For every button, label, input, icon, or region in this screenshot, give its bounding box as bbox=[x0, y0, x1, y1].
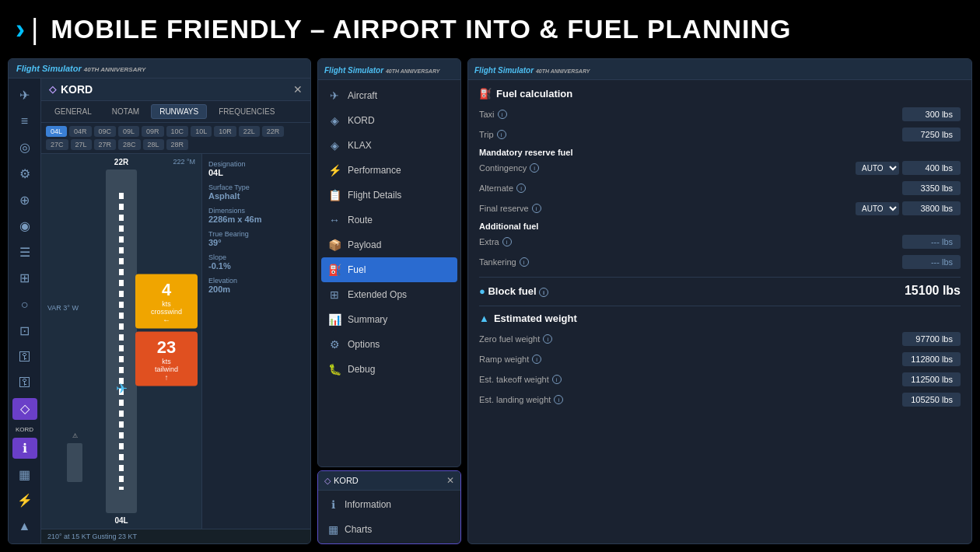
sidebar-icon-map[interactable]: ◎ bbox=[12, 137, 37, 159]
tab-notam[interactable]: NOTAM bbox=[103, 104, 148, 119]
sidebar-kord-label: KORD bbox=[12, 426, 37, 433]
sidebar-icon-key2[interactable]: ⚿ bbox=[12, 372, 37, 394]
sidebar-icon-calendar[interactable]: ⊡ bbox=[12, 320, 37, 341]
runway-btn-10c[interactable]: 10C bbox=[166, 126, 189, 137]
nav-item-klax[interactable]: ◈ KLAX bbox=[321, 133, 457, 158]
contingency-select-value: AUTO 400 lbs bbox=[856, 161, 961, 175]
page-header: › | MOBILE FRIENDLY – AIRPORT INTO & FUE… bbox=[0, 0, 980, 58]
nav-item-fuel[interactable]: ⛽ Fuel bbox=[321, 257, 457, 282]
runway-btn-10r[interactable]: 10R bbox=[214, 126, 236, 137]
airport-close-button[interactable]: ✕ bbox=[293, 83, 303, 96]
est-landing-info-icon[interactable]: i bbox=[554, 395, 563, 404]
popup-item-charts[interactable]: ▦ Charts bbox=[320, 517, 459, 542]
tab-general[interactable]: GENERAL bbox=[46, 104, 100, 119]
final-reserve-select[interactable]: AUTO bbox=[856, 202, 899, 215]
sidebar-icon-plus[interactable]: ⊕ bbox=[12, 189, 37, 211]
trip-info-icon[interactable]: i bbox=[497, 130, 506, 139]
nav-item-performance[interactable]: ⚡ Performance bbox=[321, 158, 457, 183]
sidebar-icon-grid[interactable]: ⊞ bbox=[12, 267, 37, 289]
surface-group: Surface Type Asphalt bbox=[208, 183, 304, 201]
runway-btn-27c[interactable]: 27C bbox=[46, 139, 68, 150]
block-fuel-info-icon[interactable]: i bbox=[539, 288, 548, 297]
nav-item-extended-ops[interactable]: ⊞ Extended Ops bbox=[321, 282, 457, 307]
taxi-info-icon[interactable]: i bbox=[498, 110, 507, 119]
popup-title-text: KORD bbox=[334, 476, 359, 485]
est-takeoff-info-icon[interactable]: i bbox=[552, 375, 562, 384]
ramp-weight-info-icon[interactable]: i bbox=[532, 355, 541, 364]
popup-item-information[interactable]: ℹ Information bbox=[320, 492, 459, 517]
performance-nav-icon: ⚡ bbox=[327, 164, 341, 176]
sidebar-icon-list[interactable]: ☰ bbox=[12, 242, 37, 264]
runway-label-bottom: 04L bbox=[114, 516, 128, 525]
est-takeoff-label-text: Est. takeoff weight bbox=[479, 375, 549, 384]
sidebar-icon-settings[interactable]: ⚙ bbox=[12, 163, 37, 185]
alternate-label: Alternate i bbox=[479, 183, 526, 193]
sidebar-icon-menu[interactable]: ≡ bbox=[12, 111, 37, 133]
fuel-panel: Flight Simulator 40TH ANNIVERSARY ⛽ Fuel… bbox=[467, 58, 972, 544]
sidebar-icon-triangle[interactable]: ▲ bbox=[12, 516, 37, 538]
nav-item-kord[interactable]: ◈ KORD bbox=[321, 108, 457, 133]
alternate-info-icon[interactable]: i bbox=[516, 183, 526, 193]
nav-item-performance-label: Performance bbox=[348, 165, 401, 176]
runway-label-top: 22R bbox=[114, 158, 128, 166]
runway-btn-04r[interactable]: 04R bbox=[69, 126, 92, 137]
block-fuel-label: ● Block fuel i bbox=[479, 285, 548, 297]
runway-btn-09l[interactable]: 09L bbox=[118, 126, 139, 137]
runway-btn-27l[interactable]: 27L bbox=[71, 139, 92, 150]
sidebar-icon-diamond[interactable]: ◇ bbox=[12, 398, 37, 420]
runway-btn-27r[interactable]: 27R bbox=[94, 139, 117, 150]
middle-panel: Flight Simulator 40TH ANNIVERSARY ✈ Airc… bbox=[317, 58, 461, 544]
contingency-select[interactable]: AUTO bbox=[856, 162, 899, 175]
nav-item-aircraft[interactable]: ✈ Aircraft bbox=[321, 83, 457, 108]
header-arrow-icon: › bbox=[16, 13, 25, 46]
runway-btn-22r[interactable]: 22R bbox=[262, 126, 285, 137]
tailwind-unit: kts bbox=[162, 357, 171, 365]
popup-header: ◇ KORD ✕ bbox=[318, 471, 460, 491]
popup-close-button[interactable]: ✕ bbox=[446, 475, 454, 486]
airport-main: ◇ KORD ✕ GENERAL NOTAM RUNWAYS FREQUENCI… bbox=[41, 79, 310, 543]
klax-nav-icon: ◈ bbox=[327, 139, 341, 152]
runway-btn-04l[interactable]: 04L bbox=[46, 126, 67, 137]
runway-btn-28l[interactable]: 28L bbox=[143, 139, 164, 150]
runway-btn-09r[interactable]: 09R bbox=[142, 126, 164, 137]
runway-btn-22l[interactable]: 22L bbox=[239, 126, 260, 137]
nav-item-flight-details[interactable]: 📋 Flight Details bbox=[321, 183, 457, 208]
nav-item-options[interactable]: ⚙ Options bbox=[321, 332, 457, 357]
runway-btn-09c[interactable]: 09C bbox=[94, 126, 117, 137]
nav-item-payload[interactable]: 📦 Payload bbox=[321, 232, 457, 257]
runway-buttons: 04L 04R 09C 09L 09R 10C 10L 10R 22L 22R … bbox=[41, 123, 310, 154]
tankering-value: --- lbs bbox=[902, 255, 961, 269]
sidebar-icon-chart[interactable]: ▦ bbox=[12, 463, 37, 485]
nav-item-flight-details-label: Flight Details bbox=[348, 190, 401, 201]
trip-label: Trip i bbox=[479, 130, 506, 139]
nav-item-summary-label: Summary bbox=[348, 314, 387, 325]
taxi-label-text: Taxi bbox=[479, 110, 495, 119]
nav-item-summary[interactable]: 📊 Summary bbox=[321, 307, 457, 332]
sidebar-icon-key1[interactable]: ⚿ bbox=[12, 346, 37, 368]
nav-item-route[interactable]: ↔ Route bbox=[321, 208, 457, 232]
runway-btn-28c[interactable]: 28C bbox=[118, 139, 141, 150]
sidebar-icon-aircraft[interactable]: ✈ bbox=[12, 85, 37, 107]
sidebar-icon-target[interactable]: ◉ bbox=[12, 215, 37, 237]
final-reserve-row: Final reserve i AUTO 3800 lbs bbox=[479, 201, 961, 215]
nav-item-debug[interactable]: 🐛 Debug bbox=[321, 357, 457, 382]
final-reserve-info-icon[interactable]: i bbox=[532, 204, 541, 213]
runway-btn-10l[interactable]: 10L bbox=[191, 126, 212, 137]
summary-nav-icon: 📊 bbox=[327, 313, 341, 326]
contingency-info-icon[interactable]: i bbox=[530, 163, 539, 173]
tab-runways[interactable]: RUNWAYS bbox=[151, 104, 207, 119]
crosswind-value: 4 bbox=[162, 279, 171, 299]
sidebar-icon-circle[interactable]: ○ bbox=[12, 294, 37, 316]
sidebar-icon-lightning[interactable]: ⚡ bbox=[12, 490, 37, 512]
crosswind-box: 4 kts crosswind ← bbox=[135, 274, 198, 329]
zero-fuel-info-icon[interactable]: i bbox=[543, 334, 552, 344]
tankering-info-icon[interactable]: i bbox=[520, 257, 529, 267]
sidebar-icon-info[interactable]: ℹ bbox=[12, 438, 37, 459]
tab-frequencies[interactable]: FREQUENCIES bbox=[210, 104, 283, 119]
surface-label: Surface Type bbox=[208, 183, 304, 191]
extra-info-icon[interactable]: i bbox=[502, 237, 512, 246]
runway-btn-28r[interactable]: 28R bbox=[166, 139, 189, 150]
tankering-label-text: Tankering bbox=[479, 257, 516, 267]
extra-row: Extra i --- lbs bbox=[479, 235, 961, 249]
airport-panel-inner: ✈ ≡ ◎ ⚙ ⊕ ◉ ☰ ⊞ ○ ⊡ ⚿ ⚿ ◇ KORD ℹ ▦ ⚡ ▲ bbox=[9, 79, 310, 543]
